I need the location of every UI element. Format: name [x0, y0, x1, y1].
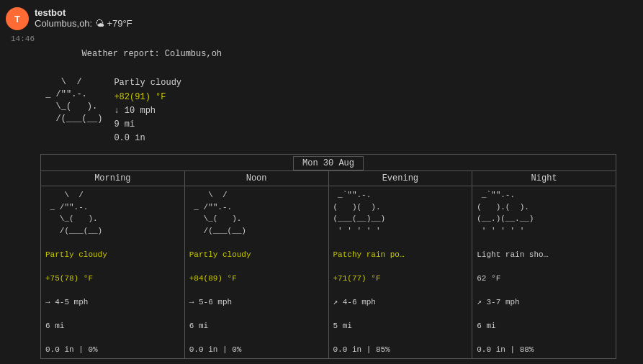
wind-n0: → 5-6 mph [189, 298, 232, 306]
wind-m0: → 4-5 mph [45, 298, 88, 306]
username: testbot [35, 7, 637, 18]
weather-message-row: 14:46 Weather report: Columbus,oh \ / _ … [0, 32, 643, 364]
weather-summary: \ / _ /"".-. \_( ). /(___(__) Partly clo… [40, 75, 637, 151]
message-content: testbot Columbus,oh: 🌤 +79°F [35, 7, 637, 29]
vis-n0: 6 mi [189, 322, 208, 330]
cell-evening-0: _`"".-. ( )( ). (___(__)__) ' ' ' ' ' Pa… [329, 186, 473, 358]
vis-e0: 5 mi [333, 322, 352, 330]
precip: 0.0 in [114, 132, 181, 145]
day-header-0: Mon 30 Aug [41, 156, 616, 170]
period-headers-0: Morning Noon Evening Night [41, 170, 616, 186]
prec-e0: 0.0 in | 85% [333, 345, 390, 354]
avatar: T [6, 7, 29, 30]
cond-m0: Partly cloudy [45, 250, 107, 259]
wind: ↓ 10 mph [114, 104, 181, 118]
temp-ni0: 62 °F [477, 274, 500, 283]
day-tables: Mon 30 Aug Morning Noon Evening Night \ … [40, 154, 637, 364]
day-label-0: Mon 30 Aug [293, 156, 364, 170]
status-line: Columbus,oh: 🌤 +79°F [35, 18, 637, 29]
user-message-row: T testbot Columbus,oh: 🌤 +79°F [0, 6, 643, 32]
cell-morning-0: \ / _ /"".-. \_( ). /(___(__) Partly clo… [41, 186, 185, 358]
vis-ni0: 6 mi [477, 322, 495, 330]
period-evening-0: Evening [329, 171, 473, 186]
period-noon-0: Noon [185, 171, 329, 186]
condition: Partly cloudy [114, 76, 181, 90]
prec-ni0: 0.0 in | 88% [477, 345, 534, 354]
temp-n0: +84(89) °F [189, 274, 237, 283]
cond-n0: Partly cloudy [189, 250, 251, 259]
period-morning-0: Morning [41, 171, 185, 186]
cond-e0: Patchy rain po… [333, 250, 405, 259]
prec-n0: 0.0 in | 0% [189, 345, 242, 354]
weather-icon-ascii: \ / _ /"".-. \_( ). /(___(__) [40, 76, 102, 145]
period-night-0: Night [472, 171, 616, 186]
weather-header: Weather report: Columbus,oh [82, 49, 222, 59]
weather-details: Partly cloudy +82(91) °F ↓ 10 mph 9 mi 0… [114, 76, 181, 145]
time-stamp: 14:46 [6, 33, 35, 43]
day-box-0: Mon 30 Aug Morning Noon Evening Night \ … [40, 154, 616, 359]
cell-night-0: _`"".-. ( ).( ). (__.)(__.__) ' ' ' ' ' … [472, 186, 616, 358]
wind-e0: ↗ 4-6 mph [333, 298, 376, 306]
prec-m0: 0.0 in | 0% [45, 345, 98, 354]
cell-noon-0: \ / _ /"".-. \_( ). /(___(__) Partly clo… [185, 186, 329, 358]
period-data-0: \ / _ /"".-. \_( ). /(___(__) Partly clo… [41, 186, 616, 358]
temp: +82(91) °F [114, 91, 181, 104]
visibility: 9 mi [114, 118, 181, 132]
chat-container: T testbot Columbus,oh: 🌤 +79°F 14:46 Wea… [0, 0, 643, 364]
cond-ni0: Light rain sho… [477, 250, 548, 259]
temp-m0: +75(78) °F [45, 274, 93, 283]
weather-intro-block: Weather report: Columbus,oh [40, 33, 637, 75]
vis-m0: 6 mi [45, 322, 64, 330]
wind-ni0: ↗ 3-7 mph [477, 298, 519, 306]
temp-e0: +71(77) °F [333, 274, 381, 283]
weather-content: Weather report: Columbus,oh \ / _ /"".-.… [40, 33, 637, 364]
